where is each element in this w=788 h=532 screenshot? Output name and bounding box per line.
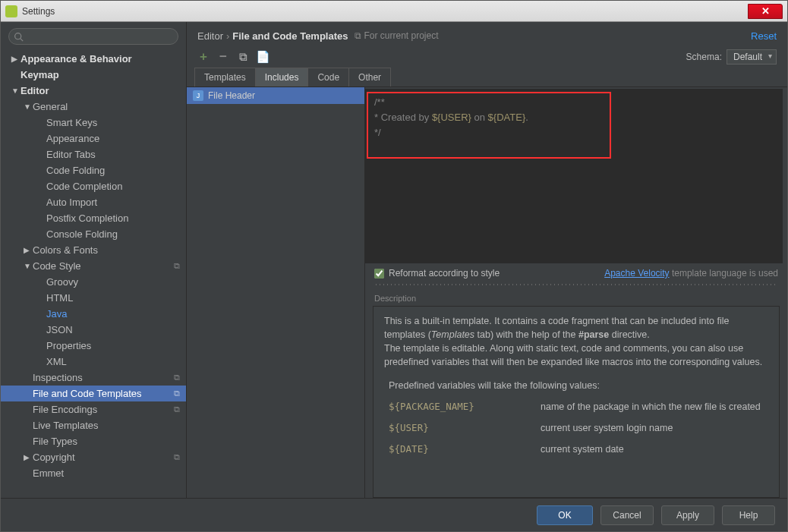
- sidebar-item-label: Smart Keys: [46, 117, 97, 128]
- sidebar-item-label: Editor: [20, 85, 49, 96]
- sidebar-item-live-templates[interactable]: Live Templates: [1, 417, 186, 433]
- sidebar-item-editor-tabs[interactable]: Editor Tabs: [1, 146, 186, 162]
- cancel-button[interactable]: Cancel: [600, 505, 654, 525]
- help-button[interactable]: Help: [722, 505, 775, 525]
- sidebar-item-label: Java: [46, 308, 67, 320]
- remove-button[interactable]: −: [217, 51, 229, 63]
- variable-name: ${USER}: [389, 421, 541, 435]
- sidebar-item-label: General: [33, 101, 68, 112]
- sidebar-item-code-completion[interactable]: Code Completion: [1, 178, 186, 194]
- sidebar-item-file-and-code-templates[interactable]: File and Code Templates⧉: [1, 386, 186, 401]
- sidebar-item-inspections[interactable]: Inspections⧉: [1, 370, 186, 386]
- project-scope-icon: ⧉: [174, 373, 180, 382]
- sidebar-item-label: Copyright: [33, 452, 75, 463]
- ok-button[interactable]: OK: [537, 505, 593, 525]
- template-editor[interactable]: /** * Created by ${USER} on ${DATE}. */: [365, 89, 783, 263]
- copy-button[interactable]: ⧉: [237, 51, 249, 63]
- template-list[interactable]: J File Header: [187, 87, 365, 498]
- sidebar-item-label: Properties: [46, 340, 91, 351]
- search-icon: [14, 31, 24, 41]
- sidebar-item-java[interactable]: Java: [1, 306, 186, 322]
- sidebar-item-file-types[interactable]: File Types: [1, 433, 186, 449]
- tab-other[interactable]: Other: [348, 68, 391, 87]
- variable-desc: current system date: [541, 442, 768, 456]
- description-label: Description: [365, 286, 787, 306]
- sidebar-item-label: File Types: [33, 436, 77, 447]
- velocity-suffix: template language is used: [670, 268, 778, 279]
- sidebar-item-label: HTML: [46, 292, 73, 304]
- sidebar-item-label: Emmet: [33, 467, 64, 479]
- crumb-root: Editor: [197, 30, 223, 42]
- close-button[interactable]: ✕: [748, 4, 783, 19]
- sidebar-item-smart-keys[interactable]: Smart Keys: [1, 115, 186, 131]
- variable-name: ${DATE}: [389, 442, 541, 456]
- schema-label: Schema:: [686, 52, 722, 62]
- sidebar-item-label: JSON: [46, 324, 73, 335]
- sidebar-item-properties[interactable]: Properties: [1, 338, 186, 354]
- sidebar-item-code-folding[interactable]: Code Folding: [1, 162, 186, 178]
- reset-link[interactable]: Reset: [751, 30, 777, 42]
- arrow-icon: ▶: [11, 55, 19, 63]
- add-button[interactable]: +: [197, 51, 210, 63]
- arrow-icon: ▼: [24, 102, 31, 111]
- sidebar-item-auto-import[interactable]: Auto Import: [1, 194, 186, 210]
- schema-select[interactable]: Default: [727, 49, 777, 65]
- variable-name: ${PACKAGE_NAME}: [389, 400, 541, 414]
- arrow-icon: ▶: [24, 453, 31, 461]
- reformat-checkbox[interactable]: [374, 269, 384, 279]
- sidebar-item-xml[interactable]: XML: [1, 354, 186, 370]
- sidebar-item-label: Console Folding: [46, 228, 118, 240]
- tab-templates[interactable]: Templates: [194, 68, 256, 87]
- file-icon: J: [193, 90, 203, 101]
- sidebar-item-json[interactable]: JSON: [1, 322, 186, 338]
- project-scope-icon: ⧉: [174, 261, 180, 271]
- velocity-link[interactable]: Apache Velocity: [604, 268, 669, 279]
- sidebar-item-general[interactable]: ▼General: [1, 99, 186, 115]
- search-input[interactable]: [8, 28, 178, 45]
- sidebar-item-file-encodings[interactable]: File Encodings⧉: [1, 401, 186, 417]
- sidebar-item-label: Code Folding: [46, 165, 105, 176]
- sidebar-item-editor[interactable]: ▼Editor: [1, 83, 186, 99]
- sidebar-item-label: Appearance: [46, 133, 99, 144]
- template-item-file-header[interactable]: J File Header: [187, 87, 364, 104]
- sidebar-item-label: Live Templates: [33, 420, 98, 431]
- sidebar-item-label: Postfix Completion: [46, 212, 128, 224]
- arrow-icon: ▶: [24, 246, 31, 254]
- settings-sidebar: ▶Appearance & BehaviorKeymap▼Editor▼Gene…: [1, 22, 187, 498]
- sidebar-item-keymap[interactable]: Keymap: [1, 67, 186, 83]
- svg-line-1: [20, 39, 23, 41]
- sidebar-item-html[interactable]: HTML: [1, 290, 186, 306]
- paste-button[interactable]: 📄: [257, 51, 269, 63]
- dialog-footer: OK Cancel Apply Help: [1, 498, 787, 531]
- titlebar[interactable]: Settings ✕: [1, 1, 787, 22]
- sidebar-item-label: Editor Tabs: [46, 149, 96, 160]
- sidebar-item-emmet[interactable]: Emmet: [1, 465, 186, 481]
- breadcrumb: Editor › File and Code Templates ⧉For cu…: [187, 22, 787, 49]
- svg-point-0: [15, 33, 21, 39]
- sidebar-item-code-style[interactable]: ▼Code Style⧉: [1, 258, 186, 274]
- main-panel: Editor › File and Code Templates ⧉For cu…: [187, 22, 787, 498]
- description-panel: This is a built-in template. It contains…: [373, 306, 780, 498]
- project-icon: ⧉: [355, 30, 361, 41]
- variable-row: ${PACKAGE_NAME}name of the package in wh…: [389, 400, 768, 414]
- sidebar-item-console-folding[interactable]: Console Folding: [1, 226, 186, 242]
- tab-code[interactable]: Code: [307, 68, 349, 87]
- sidebar-item-appearance[interactable]: Appearance: [1, 131, 186, 146]
- sidebar-item-postfix-completion[interactable]: Postfix Completion: [1, 210, 186, 226]
- settings-window: Settings ✕ ▶Appearance & BehaviorKeymap▼…: [0, 0, 788, 532]
- sidebar-item-groovy[interactable]: Groovy: [1, 274, 186, 290]
- apply-button[interactable]: Apply: [661, 505, 714, 525]
- sidebar-item-label: XML: [46, 356, 67, 367]
- sidebar-item-copyright[interactable]: ▶Copyright⧉: [1, 449, 186, 465]
- sidebar-item-label: File Encodings: [33, 404, 97, 415]
- sidebar-item-label: Code Style: [33, 260, 81, 272]
- settings-tree[interactable]: ▶Appearance & BehaviorKeymap▼Editor▼Gene…: [1, 49, 186, 498]
- sidebar-item-label: Colors & Fonts: [33, 244, 98, 256]
- tab-includes[interactable]: Includes: [255, 68, 309, 87]
- project-scope-icon: ⧉: [174, 405, 180, 414]
- crumb-leaf: File and Code Templates: [232, 30, 348, 42]
- reformat-label: Reformat according to style: [389, 268, 500, 279]
- sidebar-item-colors-fonts[interactable]: ▶Colors & Fonts: [1, 242, 186, 258]
- sidebar-item-label: Inspections: [33, 372, 83, 383]
- sidebar-item-appearance-behavior[interactable]: ▶Appearance & Behavior: [1, 51, 186, 67]
